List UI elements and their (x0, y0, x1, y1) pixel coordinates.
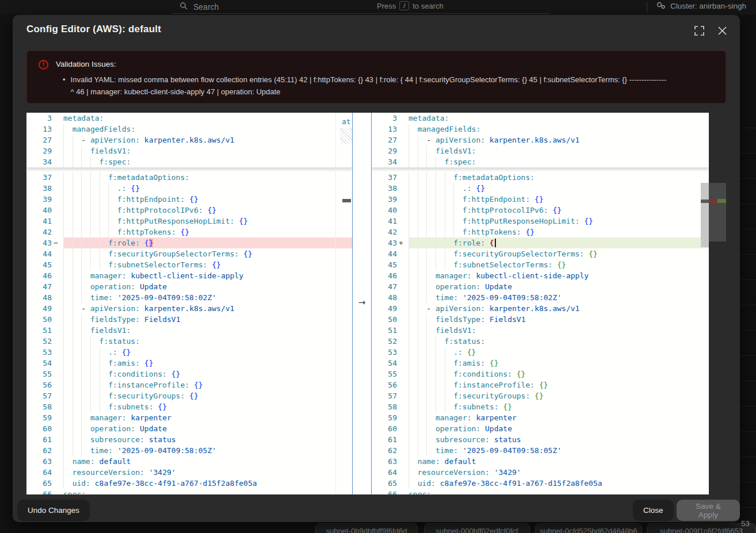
diff-overview-ruler[interactable] (709, 113, 726, 494)
code-line[interactable]: 13 managedFields: (372, 124, 709, 135)
code-line[interactable]: 45 f:subnetSelectorTerms: {} (372, 259, 709, 270)
diff-sign (52, 259, 63, 270)
code-line[interactable]: 37 f:metadataOptions: (372, 172, 709, 183)
line-number: 46 (372, 270, 397, 281)
code-line[interactable]: 27 - apiVersion: karpenter.k8s.aws/v1 (26, 135, 352, 145)
code-line[interactable]: 51 fieldsV1: (372, 325, 709, 336)
code-line[interactable]: 61 subresource: status (26, 434, 352, 445)
code-line[interactable]: 59 manager: karpenter (372, 412, 709, 423)
code-line[interactable]: 58 f:subnets: {} (26, 401, 352, 412)
code-line[interactable]: 44 f:securityGroupSelectorTerms: {} (26, 248, 352, 259)
code-line[interactable]: 58 f:subnets: {} (372, 401, 709, 412)
yaml-diff-editor: 3metadata:13 managedFields:27 - apiVersi… (26, 113, 726, 494)
code-line[interactable]: 52 f:status: (372, 336, 709, 347)
code-line[interactable]: 50 fieldsType: FieldsV1 (372, 314, 709, 325)
global-search-field[interactable]: Search (173, 0, 550, 14)
code-line[interactable]: 64 resourceVersion: '3429' (372, 467, 709, 478)
clipped-text-artifact: at (342, 116, 352, 126)
diff-sign (397, 216, 408, 227)
code-line[interactable]: 65 uid: c8afe97e-38cc-4f91-a767-d15f2a8f… (26, 478, 352, 489)
code-line[interactable]: 40 f:httpProtocolIPv6: {} (372, 205, 709, 216)
save-apply-button[interactable]: Save & Apply (677, 500, 740, 521)
code-line[interactable]: 42 f:httpTokens: {} (26, 227, 352, 237)
diff-sign (397, 434, 408, 445)
diff-sign (52, 183, 63, 194)
code-line[interactable]: 34 f:spec: (372, 156, 709, 167)
code-line[interactable]: 49 - apiVersion: karpenter.k8s.aws/v1 (372, 303, 709, 314)
code-line[interactable]: 38 .: {} (372, 183, 709, 194)
code-line[interactable]: 53 .: {} (26, 347, 352, 358)
code-line[interactable]: 57 f:securityGroups: {} (372, 390, 709, 401)
revert-change-arrow[interactable]: → (352, 297, 372, 308)
code-line[interactable]: 27 - apiVersion: karpenter.k8s.aws/v1 (372, 135, 709, 145)
code-line[interactable]: 44 f:securityGroupSelectorTerms: {} (372, 248, 709, 259)
diff-sign (52, 336, 63, 347)
code-line[interactable]: 41 f:httpPutResponseHopLimit: {} (26, 216, 352, 227)
code-line[interactable]: 63 name: default (26, 456, 352, 467)
code-line[interactable]: 40 f:httpProtocolIPv6: {} (26, 205, 352, 216)
line-number: 55 (372, 369, 397, 379)
diff-modified-pane[interactable]: 3metadata:13 managedFields:27 - apiVersi… (372, 113, 709, 494)
code-line[interactable]: 54 f:amis: {} (26, 358, 352, 369)
code-line[interactable]: 48 time: '2025-09-04T09:58:02Z' (26, 292, 352, 303)
code-line[interactable]: 64 resourceVersion: '3429' (26, 467, 352, 478)
line-number: 44 (26, 248, 52, 259)
fullscreen-button[interactable] (693, 24, 705, 37)
code-line[interactable]: 34 f:spec: (26, 156, 352, 167)
diff-sign (397, 456, 408, 467)
code-line[interactable]: 37 f:metadataOptions: (26, 172, 352, 183)
diff-sign (397, 292, 408, 303)
code-line[interactable]: 42 f:httpTokens: {} (372, 227, 709, 237)
code-line[interactable]: 56 f:instanceProfile: {} (372, 379, 709, 390)
code-line[interactable]: 61 subresource: status (372, 434, 709, 445)
code-line[interactable]: 43+ f:role: { (372, 237, 709, 248)
code-line[interactable]: 38 .: {} (26, 183, 352, 194)
code-line[interactable]: 63 name: default (372, 456, 709, 467)
diff-sign (397, 281, 408, 292)
code-line[interactable]: 43− f:role: {} (26, 237, 352, 248)
diff-sign (397, 445, 408, 456)
code-line[interactable]: 39 f:httpEndpoint: {} (372, 194, 709, 205)
code-line[interactable]: 60 operation: Update (26, 423, 352, 434)
code-line[interactable]: 60 operation: Update (372, 423, 709, 434)
scrollbar-slider[interactable] (701, 183, 709, 247)
close-button[interactable]: Close (633, 500, 674, 521)
code-line[interactable]: 57 f:securityGroups: {} (26, 390, 352, 401)
close-dialog-button[interactable] (716, 24, 728, 37)
diff-original-pane[interactable]: 3metadata:13 managedFields:27 - apiVersi… (26, 113, 352, 494)
diff-sign (397, 379, 408, 390)
code-line[interactable]: 45 f:subnetSelectorTerms: {} (26, 259, 352, 270)
table-row-divider (740, 153, 756, 154)
code-line[interactable]: 46 manager: kubectl-client-side-apply (26, 270, 352, 281)
line-number: 52 (26, 336, 52, 347)
code-line[interactable]: 66spec: (26, 489, 352, 494)
undo-changes-button[interactable]: Undo Changes (17, 500, 90, 521)
code-line[interactable]: 55 f:conditions: {} (372, 369, 709, 379)
code-line[interactable]: 49 - apiVersion: karpenter.k8s.aws/v1 (26, 303, 352, 314)
code-line[interactable]: 59 manager: karpenter (26, 412, 352, 423)
code-line[interactable]: 56 f:instanceProfile: {} (26, 379, 352, 390)
code-line[interactable]: 54 f:amis: {} (372, 358, 709, 369)
subnet-chip: subnet-0cfd525bd62d4648b6 (535, 523, 642, 533)
code-line[interactable]: 3metadata: (26, 113, 352, 124)
code-line[interactable]: 52 f:status: (26, 336, 352, 347)
code-line[interactable]: 3metadata: (372, 113, 709, 124)
code-line[interactable]: 55 f:conditions: {} (26, 369, 352, 379)
code-line[interactable]: 29 fieldsV1: (26, 145, 352, 156)
code-line[interactable]: 53 .: {} (372, 347, 709, 358)
code-line[interactable]: 39 f:httpEndpoint: {} (26, 194, 352, 205)
code-line[interactable]: 47 operation: Update (372, 281, 709, 292)
code-line[interactable]: 50 fieldsType: FieldsV1 (26, 314, 352, 325)
code-line[interactable]: 41 f:httpPutResponseHopLimit: {} (372, 216, 709, 227)
code-line[interactable]: 13 managedFields: (26, 124, 352, 135)
cluster-selector[interactable]: Cluster: anirban-singh (656, 1, 756, 11)
code-line[interactable]: 62 time: '2025-09-04T09:58:05Z' (26, 445, 352, 456)
code-line[interactable]: 65 uid: c8afe97e-38cc-4f91-a767-d15f2a8f… (372, 478, 709, 489)
code-line[interactable]: 46 manager: kubectl-client-side-apply (372, 270, 709, 281)
code-line[interactable]: 62 time: '2025-09-04T09:58:05Z' (372, 445, 709, 456)
code-line[interactable]: 48 time: '2025-09-04T09:58:02Z' (372, 292, 709, 303)
code-line[interactable]: 51 fieldsV1: (26, 325, 352, 336)
code-line[interactable]: 29 fieldsV1: (372, 145, 709, 156)
code-line[interactable]: 47 operation: Update (26, 281, 352, 292)
code-line[interactable]: 66spec: (372, 489, 709, 494)
